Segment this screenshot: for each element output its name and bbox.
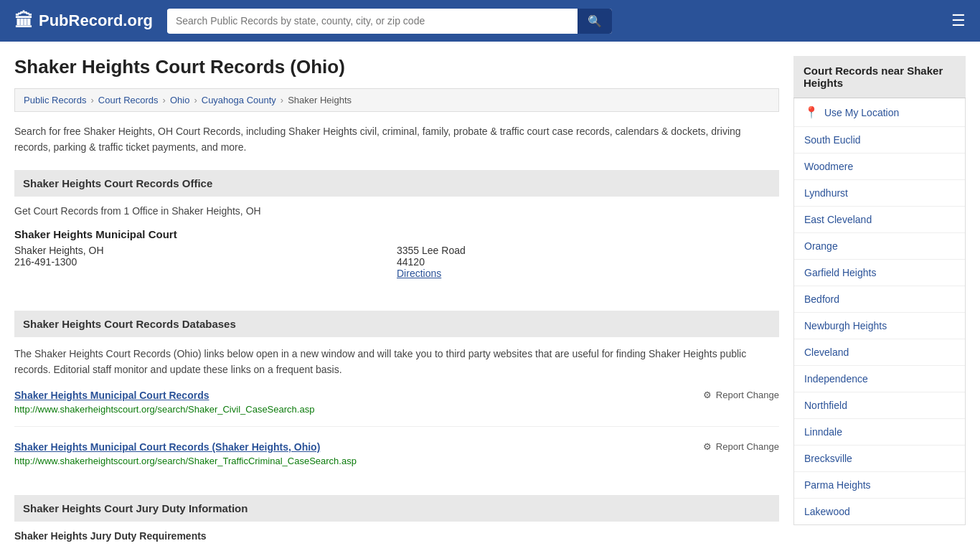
search-input[interactable] <box>167 9 578 32</box>
page-description: Search for free Shaker Heights, OH Court… <box>14 123 779 156</box>
breadcrumb-sep-4: › <box>281 95 283 105</box>
location-pin-icon: 📍 <box>804 105 819 119</box>
site-header: 🏛 PubRecord.org 🔍 ☰ <box>0 0 980 42</box>
logo-text: PubRecord.org <box>39 11 153 30</box>
report-change-label-0: Report Change <box>716 390 779 400</box>
logo-icon: 🏛 <box>14 10 33 32</box>
sidebar-item-cleveland[interactable]: Cleveland <box>794 339 965 366</box>
db-link-1[interactable]: Shaker Heights Municipal Court Records (… <box>14 441 320 453</box>
report-change-button-0[interactable]: ⚙ Report Change <box>703 390 779 400</box>
jury-section: Shaker Heights Court Jury Duty Informati… <box>14 495 779 542</box>
db-description: The Shaker Heights Court Records (Ohio) … <box>14 346 779 378</box>
breadcrumb-ohio[interactable]: Ohio <box>170 95 189 105</box>
office-description: Get Court Records from 1 Office in Shake… <box>14 205 779 217</box>
court-zip: 44120 <box>397 256 779 268</box>
db-entry-1: Shaker Heights Municipal Court Records (… <box>14 441 779 478</box>
db-url-0: http://www.shakerheightscourt.org/search… <box>14 404 779 415</box>
db-link-0[interactable]: Shaker Heights Municipal Court Records <box>14 390 209 401</box>
sidebar-item-newburgh-heights[interactable]: Newburgh Heights <box>794 313 965 339</box>
sidebar-item-garfield-heights[interactable]: Garfield Heights <box>794 260 965 286</box>
sidebar: Court Records near Shaker Heights 📍 Use … <box>793 56 966 551</box>
search-icon: 🔍 <box>588 15 602 27</box>
breadcrumb-public-records[interactable]: Public Records <box>24 95 86 105</box>
sidebar-item-lakewood[interactable]: Lakewood <box>794 499 965 524</box>
sidebar-item-linndale[interactable]: Linndale <box>794 419 965 446</box>
sidebar-item-orange[interactable]: Orange <box>794 233 965 260</box>
court-city: Shaker Heights, OH <box>14 245 397 256</box>
hamburger-icon: ☰ <box>951 11 966 29</box>
court-phone: 216-491-1300 <box>14 256 397 268</box>
breadcrumb-sep-1: › <box>90 95 93 105</box>
db-entry-row-1: Shaker Heights Municipal Court Records (… <box>14 441 779 453</box>
jury-requirements-title: Shaker Heights Jury Duty Requirements <box>14 530 779 542</box>
main-content: Shaker Heights Court Records (Ohio) Publ… <box>14 56 779 551</box>
db-url-1: http://www.shakerheightscourt.org/search… <box>14 456 779 466</box>
report-change-label-1: Report Change <box>716 441 779 452</box>
sidebar-item-northfield[interactable]: Northfield <box>794 392 965 419</box>
breadcrumb-court-records[interactable]: Court Records <box>98 95 159 105</box>
sidebar-item-woodmere[interactable]: Woodmere <box>794 154 965 180</box>
breadcrumb-sep-3: › <box>194 95 197 105</box>
db-entry-0: Shaker Heights Municipal Court Records ⚙… <box>14 390 779 427</box>
court-details-right: 3355 Lee Road 44120 Directions <box>397 245 779 279</box>
hamburger-button[interactable]: ☰ <box>951 11 966 30</box>
db-entry-row-0: Shaker Heights Municipal Court Records ⚙… <box>14 390 779 401</box>
databases-section: Shaker Heights Court Records Databases T… <box>14 311 779 478</box>
search-button[interactable]: 🔍 <box>578 9 612 34</box>
breadcrumb: Public Records › Court Records › Ohio › … <box>14 88 779 112</box>
sidebar-item-east-cleveland[interactable]: East Cleveland <box>794 207 965 233</box>
court-record-entry: Shaker Heights Municipal Court Shaker He… <box>14 228 779 293</box>
site-logo[interactable]: 🏛 PubRecord.org <box>14 10 153 32</box>
breadcrumb-shaker-heights: Shaker Heights <box>288 95 352 105</box>
court-address: 3355 Lee Road <box>397 245 779 256</box>
sidebar-item-bedford[interactable]: Bedford <box>794 286 965 313</box>
court-details-left: Shaker Heights, OH 216-491-1300 <box>14 245 397 279</box>
court-details-grid: Shaker Heights, OH 216-491-1300 3355 Lee… <box>14 245 779 279</box>
sidebar-item-independence[interactable]: Independence <box>794 366 965 392</box>
report-change-button-1[interactable]: ⚙ Report Change <box>703 441 779 452</box>
sidebar-item-south-euclid[interactable]: South Euclid <box>794 127 965 154</box>
page-title: Shaker Heights Court Records (Ohio) <box>14 56 779 78</box>
sidebar-item-parma-heights[interactable]: Parma Heights <box>794 472 965 499</box>
report-change-icon-1: ⚙ <box>703 441 712 452</box>
office-section-header: Shaker Heights Court Records Office <box>14 170 779 197</box>
page-container: Shaker Heights Court Records (Ohio) Publ… <box>0 42 980 551</box>
directions-link[interactable]: Directions <box>397 268 441 279</box>
sidebar-item-brecksville[interactable]: Brecksville <box>794 446 965 472</box>
court-name: Shaker Heights Municipal Court <box>14 228 779 240</box>
report-change-icon-0: ⚙ <box>703 390 712 400</box>
sidebar-header: Court Records near Shaker Heights <box>793 56 966 98</box>
databases-section-header: Shaker Heights Court Records Databases <box>14 311 779 337</box>
use-my-location-label: Use My Location <box>824 107 899 118</box>
jury-section-header: Shaker Heights Court Jury Duty Informati… <box>14 495 779 522</box>
breadcrumb-cuyahoga[interactable]: Cuyahoga County <box>202 95 276 105</box>
sidebar-list: 📍 Use My Location South Euclid Woodmere … <box>793 98 966 525</box>
search-bar: 🔍 <box>167 9 612 34</box>
sidebar-item-lyndhurst[interactable]: Lyndhurst <box>794 180 965 207</box>
use-my-location-item[interactable]: 📍 Use My Location <box>794 98 965 127</box>
breadcrumb-sep-2: › <box>163 95 166 105</box>
office-section: Shaker Heights Court Records Office Get … <box>14 170 779 293</box>
